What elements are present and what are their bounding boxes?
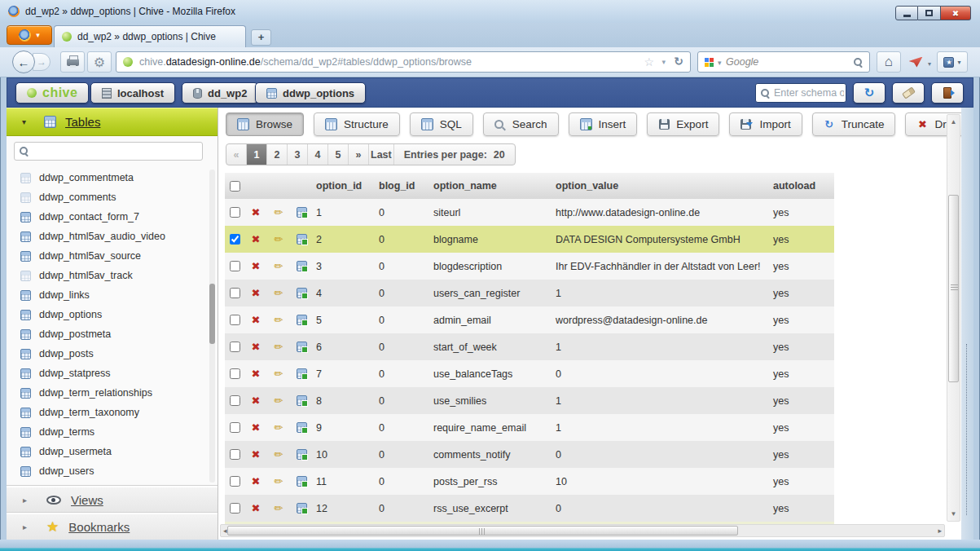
search-icon[interactable]	[854, 58, 863, 67]
view-row-icon[interactable]	[297, 368, 307, 379]
web-search-input[interactable]	[726, 53, 840, 71]
firefox-menu-button[interactable]: ▾	[7, 25, 52, 45]
sidebar-table-item[interactable]: ddwp_terms	[7, 422, 209, 442]
sidebar-table-item[interactable]: ddwp_statpress	[7, 364, 209, 383]
view-row-icon[interactable]	[297, 449, 307, 460]
tab-button[interactable]: Export	[647, 112, 719, 136]
tab-button[interactable]: Insert	[569, 112, 638, 136]
breadcrumb-database[interactable]: dd_wp2	[182, 82, 258, 104]
sidebar-section-tables[interactable]: ▾ Tables	[7, 108, 218, 136]
view-row-icon[interactable]	[297, 503, 307, 514]
edit-row-icon[interactable]: ✏	[275, 233, 283, 245]
horizontal-scrollbar[interactable]: ◂ ▸	[220, 524, 945, 537]
edit-row-icon[interactable]: ✏	[275, 206, 283, 218]
pagination-button[interactable]: 3	[288, 144, 308, 165]
sidebar-section-views[interactable]: ▸ Views	[7, 486, 218, 513]
tab-button[interactable]: Import	[729, 112, 802, 136]
entries-value[interactable]: 20	[494, 149, 505, 161]
vertical-scrollbar-thumb[interactable]	[948, 195, 959, 382]
engine-dropdown-icon[interactable]: ▾	[718, 60, 722, 67]
minimize-button[interactable]	[895, 6, 918, 20]
views-header-label[interactable]: Views	[71, 493, 103, 507]
delete-row-icon[interactable]: ✖	[252, 287, 261, 299]
tab-button[interactable]: SQL	[410, 112, 473, 136]
pagination-button[interactable]: «	[226, 144, 247, 165]
browser-tab[interactable]: dd_wp2 » ddwp_options | Chive	[54, 25, 246, 47]
chive-home-button[interactable]: chive	[15, 82, 89, 104]
sidebar-table-item[interactable]: ddwp_html5av_source	[7, 246, 209, 266]
row-checkbox[interactable]	[230, 207, 240, 218]
row-checkbox[interactable]	[230, 368, 240, 379]
view-row-icon[interactable]	[297, 234, 307, 245]
settings-button[interactable]: ⚙	[87, 51, 112, 73]
delete-row-icon[interactable]: ✖	[252, 314, 261, 326]
schema-search-input[interactable]	[774, 85, 844, 101]
tab-button[interactable]: Truncate	[812, 112, 896, 136]
delete-row-icon[interactable]: ✖	[252, 502, 261, 514]
edit-row-icon[interactable]: ✏	[275, 314, 283, 326]
sidebar-section-bookmarks[interactable]: ▸ ★ Bookmarks	[7, 513, 218, 540]
delete-row-icon[interactable]: ✖	[252, 341, 261, 353]
edit-row-icon[interactable]: ✏	[275, 448, 283, 461]
tab-button[interactable]: Search	[483, 112, 559, 136]
delete-row-icon[interactable]: ✖	[252, 395, 261, 407]
pagination-button[interactable]: »	[349, 144, 369, 165]
back-button[interactable]: ←	[12, 51, 35, 73]
select-all-checkbox[interactable]	[230, 181, 240, 192]
logout-button[interactable]	[931, 82, 964, 104]
search-bar[interactable]: ▾	[697, 51, 870, 73]
sidebar-table-item[interactable]: ddwp_comments	[7, 187, 209, 207]
url-bar[interactable]: chive.datadesign-online.de/schema/dd_wp2…	[116, 51, 691, 73]
sidebar-table-item[interactable]: ddwp_usermeta	[7, 442, 209, 461]
sidebar-table-item[interactable]: ddwp_commentmeta	[7, 168, 209, 187]
tab-button[interactable]: Structure	[314, 112, 400, 136]
sidebar-table-item[interactable]: ddwp_postmeta	[7, 324, 209, 344]
column-header[interactable]: autoload	[770, 180, 834, 192]
breadcrumb-table[interactable]: ddwp_options	[255, 82, 366, 104]
addon-button[interactable]	[904, 51, 927, 73]
table-filter-input[interactable]	[33, 143, 196, 159]
sidebar-table-item[interactable]: ddwp_links	[7, 285, 209, 305]
bookmarks-panel-button[interactable]: ★ ▾	[937, 51, 968, 73]
tables-header-label[interactable]: Tables	[65, 115, 100, 129]
forward-button[interactable]: →	[33, 53, 51, 71]
column-header[interactable]: option_value	[552, 180, 770, 192]
maximize-button[interactable]	[918, 6, 941, 20]
view-row-icon[interactable]	[297, 422, 307, 433]
schema-search-box[interactable]	[755, 83, 846, 103]
edit-row-icon[interactable]: ✏	[275, 502, 283, 514]
row-checkbox[interactable]	[230, 261, 240, 271]
reload-icon[interactable]: ↻	[674, 55, 683, 68]
tab-button[interactable]: Browse	[226, 112, 304, 136]
view-row-icon[interactable]	[297, 288, 307, 298]
pagination-button[interactable]: 1	[247, 144, 267, 165]
delete-row-icon[interactable]: ✖	[252, 448, 261, 461]
delete-row-icon[interactable]: ✖	[252, 421, 261, 434]
sidebar-table-item[interactable]: ddwp_term_taxonomy	[7, 403, 209, 422]
edit-row-icon[interactable]: ✏	[275, 475, 283, 487]
sidebar-table-item[interactable]: ddwp_contact_form_7	[7, 207, 209, 227]
delete-row-icon[interactable]: ✖	[252, 206, 261, 218]
horizontal-scrollbar-thumb[interactable]	[227, 526, 738, 536]
edit-row-icon[interactable]: ✏	[275, 395, 283, 407]
column-header[interactable]: option_id	[313, 180, 376, 192]
new-tab-button[interactable]: +	[251, 29, 271, 46]
row-checkbox[interactable]	[230, 342, 240, 352]
column-header[interactable]: option_name	[430, 180, 552, 192]
sidebar-scrollbar-thumb[interactable]	[209, 284, 215, 344]
pagination-button[interactable]: 4	[308, 144, 328, 165]
sidebar-scrollbar[interactable]	[209, 170, 215, 483]
scroll-left-icon[interactable]: ◂	[223, 527, 227, 535]
row-checkbox[interactable]	[230, 395, 240, 406]
row-checkbox[interactable]	[230, 449, 240, 460]
clear-button[interactable]	[892, 82, 925, 104]
edit-row-icon[interactable]: ✏	[275, 421, 283, 434]
column-header[interactable]: blog_id	[376, 180, 430, 192]
url-dropdown-icon[interactable]: ▾	[661, 58, 666, 66]
row-checkbox[interactable]	[230, 288, 240, 298]
window-edge-grip[interactable]	[961, 108, 973, 540]
row-checkbox[interactable]	[230, 476, 240, 487]
pagination-button[interactable]: 2	[267, 144, 288, 165]
print-button[interactable]	[60, 51, 85, 73]
close-button[interactable]: ✖	[941, 6, 971, 20]
